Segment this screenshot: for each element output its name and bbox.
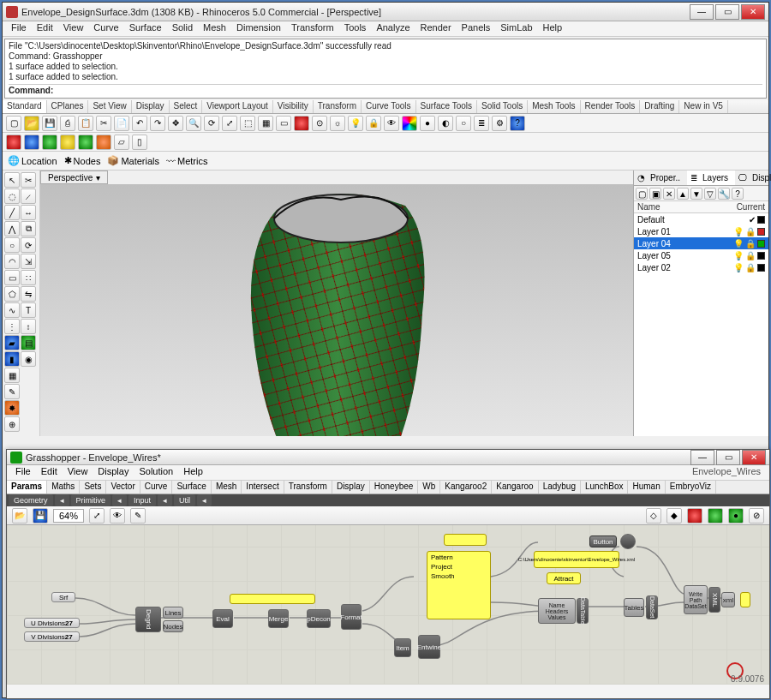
- arc-icon[interactable]: ◠: [4, 254, 20, 269]
- tab-properties[interactable]: ◔ Proper..: [634, 171, 687, 185]
- record-icon[interactable]: [294, 116, 309, 131]
- render-icon[interactable]: ◉: [21, 351, 36, 367]
- menu-transform[interactable]: Transform: [286, 21, 339, 36]
- gh-menu-view[interactable]: View: [63, 465, 93, 480]
- gh-menu-help[interactable]: Help: [178, 465, 208, 480]
- filter-icon[interactable]: ▽: [704, 188, 716, 200]
- new-icon[interactable]: ▢: [6, 116, 21, 131]
- layer-row[interactable]: Layer 02 💡🔒: [634, 261, 768, 273]
- gh-param-srf[interactable]: Srf: [51, 592, 75, 602]
- props-icon[interactable]: ⚙: [492, 116, 507, 131]
- gh-menu-edit[interactable]: Edit: [36, 465, 63, 480]
- polyline-icon[interactable]: ⋀: [4, 221, 20, 236]
- gh-tab[interactable]: Maths: [47, 481, 80, 494]
- split-icon[interactable]: ⟋: [21, 188, 36, 204]
- gh-tab[interactable]: Honeybee: [370, 481, 419, 494]
- minimize-button[interactable]: —: [690, 4, 714, 20]
- tab-meshtools[interactable]: Mesh Tools: [528, 100, 580, 113]
- menu-tools[interactable]: Tools: [339, 21, 372, 36]
- menu-edit[interactable]: Edit: [32, 21, 58, 36]
- gh-tab[interactable]: Intersect: [242, 481, 284, 494]
- line-icon[interactable]: ╱: [4, 205, 20, 220]
- cone-green-icon[interactable]: [78, 135, 93, 150]
- gh-comp-datatable[interactable]: DataTable: [577, 598, 589, 624]
- new-sublayer-icon[interactable]: ▣: [649, 188, 661, 200]
- menu-file[interactable]: File: [6, 21, 32, 36]
- gh-subtab[interactable]: Input: [128, 494, 156, 506]
- gh-menu-solution[interactable]: Solution: [134, 465, 178, 480]
- gh-tab[interactable]: Sets: [80, 481, 106, 494]
- gh-open-icon[interactable]: 📂: [12, 508, 27, 524]
- gh-comp-pdecon[interactable]: pDecon: [307, 609, 331, 628]
- circle-icon[interactable]: ○: [4, 237, 20, 253]
- gh-comp-xml-in[interactable]: WritePathDataSet: [684, 585, 708, 614]
- gh-tab[interactable]: Curve: [140, 481, 173, 494]
- gh-canvas[interactable]: Srf U Divisions 27 V Divisions 27 Degrid…: [7, 525, 769, 685]
- gh-minimize-button[interactable]: —: [690, 450, 714, 465]
- curve-icon[interactable]: ∿: [4, 302, 20, 318]
- gh-recompute-icon[interactable]: ●: [728, 508, 744, 524]
- menu-solid[interactable]: Solid: [167, 21, 198, 36]
- gh-tab[interactable]: Human: [628, 481, 665, 494]
- menu-analyze[interactable]: Analyze: [371, 21, 415, 36]
- zoom-icon[interactable]: 🔍: [186, 116, 201, 131]
- menu-curve[interactable]: Curve: [88, 21, 123, 36]
- paste-icon[interactable]: 📄: [114, 116, 129, 131]
- menu-surface[interactable]: Surface: [124, 21, 167, 36]
- gh-tab[interactable]: LunchBox: [581, 481, 628, 494]
- tab-setview[interactable]: Set View: [88, 100, 131, 113]
- sphere3-icon[interactable]: ○: [456, 116, 471, 131]
- tab-rendertools[interactable]: Render Tools: [581, 100, 641, 113]
- layer-row[interactable]: Default ✔: [634, 213, 768, 225]
- cplane-icon[interactable]: ▦: [258, 116, 273, 131]
- tab-layers[interactable]: ≣ Layers: [687, 171, 735, 185]
- sphere2-icon[interactable]: ◐: [438, 116, 453, 131]
- gh-save-icon[interactable]: 💾: [33, 508, 48, 524]
- gh-tab[interactable]: Kangaroo2: [440, 481, 492, 494]
- delete-layer-icon[interactable]: ✕: [663, 188, 675, 200]
- text-icon[interactable]: T: [21, 302, 36, 318]
- gh-category-tabs[interactable]: Params Maths Sets Vector Curve Surface M…: [7, 481, 769, 494]
- tab-display[interactable]: Display: [132, 100, 170, 113]
- gh-comp-item[interactable]: Item: [394, 638, 411, 657]
- tool-tabbar[interactable]: Standard CPlanes Set View Display Select…: [3, 100, 768, 114]
- gh-zoom-value[interactable]: 64%: [53, 509, 84, 523]
- gh-enable-icon[interactable]: [708, 508, 723, 524]
- perspective-viewport[interactable]: [40, 184, 633, 436]
- tab-surfacetools[interactable]: Surface Tools: [416, 100, 477, 113]
- gh-subtab[interactable]: Util: [174, 494, 195, 506]
- gh-maximize-button[interactable]: ▭: [716, 450, 740, 465]
- gh-tab[interactable]: Wb: [418, 481, 440, 494]
- move-icon[interactable]: ✥: [168, 116, 183, 131]
- gh-sketch-icon[interactable]: ✎: [130, 508, 146, 524]
- mirror-icon[interactable]: ⇋: [21, 286, 36, 302]
- viewport-tab[interactable]: Perspective▾: [40, 171, 108, 184]
- gh-comp-eval[interactable]: Eval: [212, 609, 233, 628]
- dim-icon[interactable]: ↕: [21, 319, 36, 334]
- copy-icon[interactable]: 📋: [78, 116, 93, 131]
- rotate-icon[interactable]: ⟳: [204, 116, 219, 131]
- menu-mesh[interactable]: Mesh: [198, 21, 231, 36]
- gh-comp-degrid[interactable]: Degrid: [135, 607, 161, 632]
- gh-tab[interactable]: Vector: [106, 481, 140, 494]
- tab-newv5[interactable]: New in V5: [679, 100, 728, 113]
- help-icon[interactable]: ?: [510, 116, 525, 131]
- gh-disable-icon[interactable]: [687, 508, 702, 524]
- rect-icon[interactable]: ▭: [4, 270, 20, 285]
- explode-icon[interactable]: ✸: [4, 400, 20, 416]
- layer-list[interactable]: Default ✔ Layer 01 💡🔒 Layer 04 💡🔒 Layer …: [634, 213, 768, 436]
- edit-icon[interactable]: ✎: [4, 384, 20, 399]
- rhino-menubar[interactable]: File Edit View Curve Surface Solid Mesh …: [3, 21, 768, 37]
- trim-icon[interactable]: ✂: [21, 172, 36, 188]
- zoomext-icon[interactable]: ⤢: [222, 116, 237, 131]
- gh-slider-v[interactable]: V Divisions 27: [24, 631, 80, 642]
- gh-tab[interactable]: Transform: [284, 481, 332, 494]
- cone-orange-icon[interactable]: [96, 135, 111, 150]
- tools-icon[interactable]: 🔧: [718, 188, 730, 200]
- gh-preview-icon[interactable]: 👁: [110, 508, 125, 524]
- tab-select[interactable]: Select: [170, 100, 203, 113]
- rhino-titlebar[interactable]: Envelope_DesignSurface.3dm (1308 KB) - R…: [3, 3, 768, 21]
- gh-tab[interactable]: Kangaroo: [492, 481, 538, 494]
- sphere-red-icon[interactable]: [6, 135, 21, 150]
- gh-comp-entwine[interactable]: Entwine: [418, 635, 440, 659]
